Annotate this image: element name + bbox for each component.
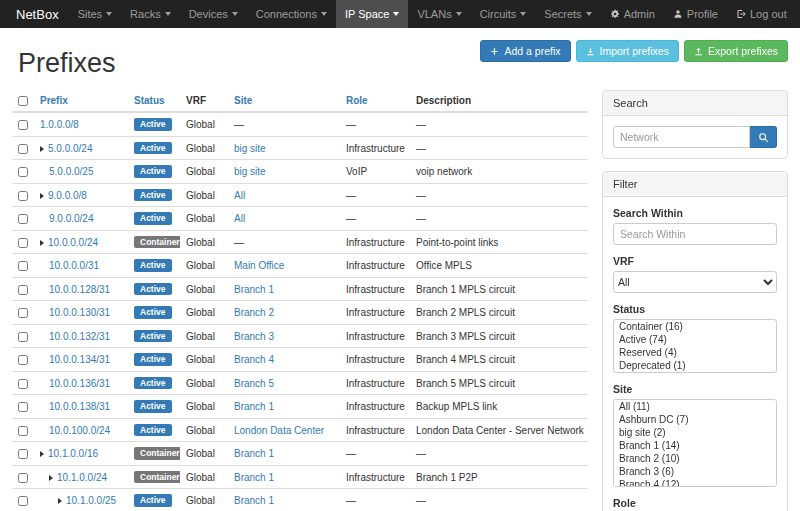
row-checkbox[interactable] [18, 355, 28, 365]
status-filter-option[interactable]: Reserved (4) [614, 346, 776, 359]
role-cell: — [340, 489, 410, 511]
site-link[interactable]: Main Office [234, 260, 284, 271]
row-checkbox[interactable] [18, 167, 28, 177]
prefix-link[interactable]: 10.0.0.0/24 [48, 237, 98, 248]
nav-item-sites[interactable]: Sites [69, 0, 121, 28]
site-filter-option[interactable]: Branch 2 (10) [614, 452, 776, 465]
expand-caret-icon[interactable] [40, 146, 44, 152]
site-link[interactable]: Branch 1 [234, 495, 274, 506]
expand-caret-icon[interactable] [40, 240, 44, 246]
vrf-select[interactable]: All [613, 271, 777, 293]
site-filter-option[interactable]: Branch 1 (14) [614, 439, 776, 452]
nav-item-racks[interactable]: Racks [121, 0, 180, 28]
prefix-link[interactable]: 10.0.0.128/31 [49, 284, 110, 295]
search-button[interactable] [750, 126, 777, 148]
site-link[interactable]: Branch 2 [234, 307, 274, 318]
row-checkbox[interactable] [18, 238, 28, 248]
prefix-link[interactable]: 10.0.100.0/24 [49, 425, 110, 436]
nav-item-admin[interactable]: Admin [601, 0, 664, 28]
row-checkbox[interactable] [18, 120, 28, 130]
row-checkbox[interactable] [18, 402, 28, 412]
row-checkbox[interactable] [18, 308, 28, 318]
prefix-row: 10.1.0.0/25ActiveGlobalBranch 1—— [12, 489, 588, 511]
prefix-link[interactable]: 5.0.0.0/25 [49, 166, 93, 177]
column-header-prefix[interactable]: Prefix [34, 90, 128, 112]
nav-item-log-out[interactable]: Log out [727, 0, 796, 28]
prefix-link[interactable]: 10.1.0.0/24 [57, 472, 107, 483]
site-filter-option[interactable]: All (11) [614, 400, 776, 413]
site-link[interactable]: big site [234, 143, 266, 154]
site-link[interactable]: Branch 5 [234, 378, 274, 389]
prefix-link[interactable]: 10.1.0.0/16 [48, 448, 98, 459]
select-all-checkbox[interactable] [18, 96, 28, 106]
row-checkbox[interactable] [18, 449, 28, 459]
nav-item-secrets[interactable]: Secrets [535, 0, 600, 28]
site-link[interactable]: Branch 4 [234, 354, 274, 365]
site-filter-list[interactable]: All (11)Ashburn DC (7)big site (2)Branch… [613, 399, 777, 487]
site-filter-option[interactable]: Branch 3 (6) [614, 465, 776, 478]
status-filter-option[interactable]: Active (74) [614, 333, 776, 346]
prefix-link[interactable]: 10.1.0.0/25 [66, 495, 116, 506]
row-checkbox[interactable] [18, 379, 28, 389]
prefix-link[interactable]: 10.0.0.0/31 [49, 260, 99, 271]
prefix-row: 10.0.0.128/31ActiveGlobalBranch 1Infrast… [12, 277, 588, 301]
expand-caret-icon[interactable] [58, 498, 62, 504]
role-cell: Infrastructure [340, 301, 410, 325]
expand-caret-icon[interactable] [40, 193, 44, 199]
description-cell: London Data Center - Server Network [410, 418, 588, 442]
row-checkbox[interactable] [18, 473, 28, 483]
prefix-link[interactable]: 10.0.0.130/31 [49, 307, 110, 318]
site-link[interactable]: Branch 1 [234, 448, 274, 459]
prefix-link[interactable]: 5.0.0.0/24 [48, 143, 92, 154]
row-checkbox[interactable] [18, 191, 28, 201]
nav-item-circuits[interactable]: Circuits [471, 0, 536, 28]
row-checkbox[interactable] [18, 285, 28, 295]
brand[interactable]: NetBox [6, 0, 69, 28]
vrf-cell: Global [180, 183, 228, 207]
export-prefixes-button[interactable]: Export prefixes [684, 40, 788, 62]
site-link[interactable]: Branch 1 [234, 401, 274, 412]
site-link[interactable]: Branch 1 [234, 472, 274, 483]
row-checkbox[interactable] [18, 261, 28, 271]
site-link[interactable]: London Data Center [234, 425, 324, 436]
status-filter-option[interactable]: Deprecated (1) [614, 359, 776, 372]
row-checkbox[interactable] [18, 496, 28, 506]
nav-item-vlans[interactable]: VLANs [408, 0, 470, 28]
expand-caret-icon[interactable] [40, 451, 44, 457]
site-link[interactable]: Branch 3 [234, 331, 274, 342]
nav-item-connections[interactable]: Connections [247, 0, 336, 28]
column-header-status[interactable]: Status [128, 90, 180, 112]
row-checkbox[interactable] [18, 426, 28, 436]
nav-item-profile[interactable]: Profile [664, 0, 727, 28]
prefix-link[interactable]: 9.0.0.0/8 [48, 190, 87, 201]
site-filter-option[interactable]: big site (2) [614, 426, 776, 439]
logout-icon [736, 9, 746, 19]
site-link[interactable]: big site [234, 166, 266, 177]
row-checkbox[interactable] [18, 214, 28, 224]
column-header-site[interactable]: Site [228, 90, 340, 112]
column-header-role[interactable]: Role [340, 90, 410, 112]
site-link[interactable]: Branch 1 [234, 284, 274, 295]
row-checkbox[interactable] [18, 144, 28, 154]
prefix-link[interactable]: 10.0.0.138/31 [49, 401, 110, 412]
search-input[interactable] [613, 126, 750, 148]
row-checkbox[interactable] [18, 332, 28, 342]
site-filter-option[interactable]: Branch 4 (12) [614, 478, 776, 487]
prefix-link[interactable]: 10.0.0.132/31 [49, 331, 110, 342]
add-a-prefix-button[interactable]: Add a prefix [480, 40, 570, 62]
site-filter-option[interactable]: Ashburn DC (7) [614, 413, 776, 426]
prefix-link[interactable]: 9.0.0.0/24 [49, 213, 93, 224]
search-within-input[interactable] [613, 223, 777, 245]
prefix-link[interactable]: 10.0.0.134/31 [49, 354, 110, 365]
status-filter-option[interactable]: Container (16) [614, 320, 776, 333]
prefix-row: 1.0.0.0/8ActiveGlobal——— [12, 112, 588, 136]
prefix-link[interactable]: 1.0.0.0/8 [40, 119, 79, 130]
site-link[interactable]: All [234, 190, 245, 201]
prefix-link[interactable]: 10.0.0.136/31 [49, 378, 110, 389]
expand-caret-icon[interactable] [49, 475, 53, 481]
import-prefixes-button[interactable]: Import prefixes [576, 40, 679, 62]
nav-item-ip-space[interactable]: IP Space [336, 0, 408, 28]
status-filter-list[interactable]: Container (16)Active (74)Reserved (4)Dep… [613, 319, 777, 373]
nav-item-devices[interactable]: Devices [180, 0, 247, 28]
site-link[interactable]: All [234, 213, 245, 224]
